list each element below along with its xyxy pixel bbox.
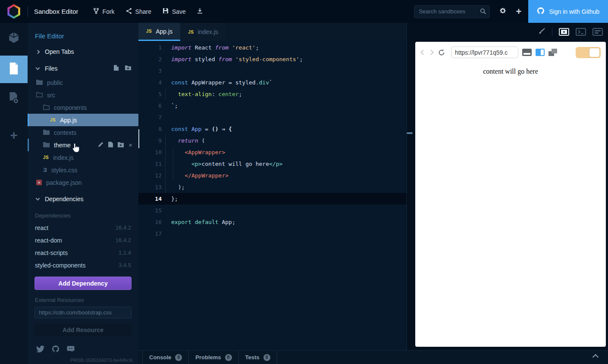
rail-file-editor-button[interactable] bbox=[0, 56, 28, 83]
line-number: 13 bbox=[138, 181, 162, 193]
css-file-icon: Ǝ bbox=[43, 167, 47, 173]
tree-item-label: index.js bbox=[53, 154, 73, 161]
editor-header: JSApp.jsJSindex.js bbox=[138, 23, 608, 41]
split-view-icon[interactable] bbox=[536, 49, 545, 56]
code-token: const bbox=[171, 126, 188, 132]
signin-github-button[interactable]: Sign in with Github bbox=[528, 0, 608, 23]
toggle-tests-pane-icon[interactable] bbox=[592, 28, 603, 36]
code-token: 'react' bbox=[232, 44, 256, 51]
rail-project-info-button[interactable] bbox=[0, 26, 28, 51]
code-token: App bbox=[191, 126, 201, 132]
toggle-preview-pane-icon[interactable] bbox=[559, 28, 569, 36]
tree-item-public[interactable]: public bbox=[28, 76, 138, 89]
browser-view-icon[interactable] bbox=[522, 49, 532, 56]
rail-sandbox-config-button[interactable] bbox=[0, 87, 28, 112]
new-file-icon[interactable] bbox=[113, 65, 119, 72]
rename-icon[interactable] bbox=[98, 142, 103, 149]
code-token bbox=[232, 56, 235, 62]
add-resource-button[interactable]: Add Resource bbox=[34, 324, 132, 336]
tree-item-label: src bbox=[47, 92, 55, 99]
editor-tab-index.js[interactable]: JSindex.js bbox=[180, 23, 226, 41]
line-number: 10 bbox=[138, 146, 162, 158]
tree-item-label: components bbox=[54, 104, 87, 111]
search-icon[interactable] bbox=[480, 8, 486, 16]
tree-item-index.js[interactable]: JSindex.js bbox=[28, 151, 138, 164]
pane-resize-grip[interactable] bbox=[407, 132, 413, 134]
tree-item-contexts[interactable]: contexts bbox=[28, 126, 138, 139]
dependency-name[interactable]: react bbox=[35, 224, 48, 231]
settings-button[interactable] bbox=[499, 7, 506, 16]
code-line: 5 text-align: center; bbox=[138, 88, 407, 100]
indent-guide-line bbox=[165, 170, 166, 181]
delete-icon[interactable]: × bbox=[128, 142, 132, 148]
open-tabs-section[interactable]: Open Tabs bbox=[28, 45, 138, 58]
statusbar: Console0Problems0Tests0 bbox=[138, 350, 608, 364]
tree-item-theme[interactable]: theme× bbox=[28, 139, 138, 151]
new-sandbox-button[interactable]: + bbox=[516, 6, 521, 17]
new-file-icon[interactable] bbox=[108, 142, 113, 149]
open-window-icon[interactable] bbox=[548, 49, 557, 56]
tree-item-src[interactable]: src bbox=[28, 89, 138, 101]
download-button[interactable] bbox=[197, 8, 203, 15]
code-token: ); bbox=[171, 184, 185, 190]
back-icon[interactable] bbox=[420, 50, 426, 55]
search-input[interactable] bbox=[414, 5, 490, 18]
editor-tab-App.js[interactable]: JSApp.js bbox=[138, 23, 180, 41]
code-editor[interactable]: 1import React from 'react';2import style… bbox=[138, 41, 407, 350]
line-number: 4 bbox=[138, 77, 162, 88]
code-line-content: return ( bbox=[162, 135, 205, 146]
dependencies-section[interactable]: Dependencies bbox=[28, 193, 138, 205]
dependency-name[interactable]: react-dom bbox=[35, 237, 62, 244]
files-section[interactable]: Files bbox=[28, 62, 138, 75]
github-icon bbox=[537, 7, 545, 16]
statusbar-tab-problems[interactable]: Problems0 bbox=[189, 351, 238, 364]
share-icon bbox=[126, 8, 132, 16]
dependency-name[interactable]: styled-components bbox=[35, 262, 86, 269]
forward-icon[interactable] bbox=[428, 50, 434, 55]
editor-tab-label: index.js bbox=[197, 28, 218, 35]
new-folder-icon[interactable] bbox=[125, 65, 132, 72]
live-toggle[interactable] bbox=[576, 47, 601, 58]
github-icon[interactable] bbox=[52, 345, 60, 355]
sidebar-resize-grip[interactable] bbox=[138, 129, 139, 148]
pane-divider bbox=[406, 23, 407, 350]
code-token: from bbox=[215, 44, 229, 51]
chevron-down-icon bbox=[36, 196, 40, 201]
tree-item-components[interactable]: components bbox=[28, 101, 138, 114]
rail-create-sandbox-button[interactable]: + bbox=[0, 123, 28, 148]
code-line: 8const App = () ⇒ { bbox=[138, 123, 407, 135]
preview-url-input[interactable] bbox=[451, 47, 518, 58]
statusbar-tab-tests[interactable]: Tests0 bbox=[239, 351, 277, 364]
tree-item-styles.css[interactable]: Ǝstyles.css bbox=[28, 164, 138, 176]
fork-button[interactable]: Fork bbox=[93, 8, 115, 16]
new-folder-icon[interactable] bbox=[118, 142, 124, 149]
tree-item-App.js[interactable]: JSApp.js bbox=[28, 114, 138, 126]
codesandbox-logo[interactable] bbox=[0, 0, 28, 23]
toggle-console-pane-icon[interactable] bbox=[576, 28, 586, 36]
files-actions bbox=[113, 65, 138, 72]
twitter-icon[interactable] bbox=[36, 345, 44, 354]
code-token: import bbox=[171, 56, 191, 62]
statusbar-tabs: Console0Problems0Tests0 bbox=[142, 351, 277, 364]
prettify-icon[interactable] bbox=[538, 28, 545, 37]
code-token: `; bbox=[171, 103, 178, 109]
code-token: ; bbox=[239, 91, 242, 97]
code-token: const bbox=[171, 79, 188, 86]
codesandbox-logo-icon bbox=[7, 4, 21, 19]
tree-item-package.json[interactable]: npackage.json bbox=[28, 176, 138, 189]
resource-url-input[interactable] bbox=[34, 307, 132, 318]
save-button[interactable]: Save bbox=[163, 8, 186, 15]
discord-icon[interactable] bbox=[67, 345, 75, 354]
tree-item-actions: × bbox=[98, 142, 138, 149]
add-dependency-button[interactable]: Add Dependency bbox=[34, 277, 132, 290]
code-token: div bbox=[259, 79, 269, 86]
share-button[interactable]: Share bbox=[126, 8, 151, 16]
statusbar-tab-console[interactable]: Console0 bbox=[142, 351, 189, 364]
dependency-name[interactable]: react-scripts bbox=[35, 249, 68, 256]
code-token: content will go here bbox=[201, 161, 269, 167]
code-token: ( bbox=[198, 137, 205, 144]
preview-content-text: content will go here bbox=[415, 68, 606, 75]
refresh-icon[interactable] bbox=[438, 49, 445, 56]
code-line: 1import React from 'react'; bbox=[138, 42, 407, 53]
code-token: export bbox=[171, 219, 191, 225]
